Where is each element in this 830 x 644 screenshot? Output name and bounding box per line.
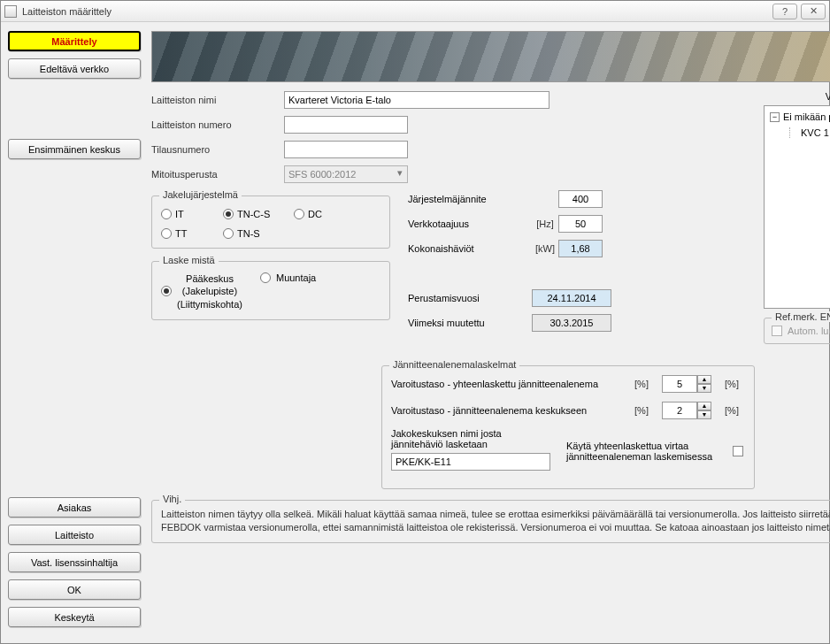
frequency-label: Verkkotaajuus [408, 218, 532, 229]
basis-label: Mitoitusperusta [151, 169, 284, 180]
hint-title: Vihj. [159, 494, 185, 504]
radio-main-center[interactable]: Pääkeskus (Jakelupiste) (Liittymiskohta) [161, 272, 242, 310]
equipment-name-label: Laitteiston nimi [151, 95, 284, 105]
warn1-down-icon[interactable]: ▼ [697, 384, 711, 393]
radio-transformer[interactable]: Muuntaja [260, 272, 316, 283]
hint-text: Laitteiston nimen täytyy olla selkeä. Mi… [161, 508, 830, 535]
distribution-title: Jakelujärjestelmä [159, 189, 242, 200]
titlebar: Laitteiston määrittely ? ✕ [1, 1, 829, 22]
equipment-number-input[interactable] [284, 116, 408, 134]
calc-from-fieldset: Laske mistä Pääkeskus (Jakelupiste) (Lii… [151, 261, 390, 320]
founded-label: Perustamisvuosi [408, 293, 532, 303]
use-total-checkbox[interactable] [733, 446, 743, 456]
customer-button[interactable]: Asiakas [8, 497, 141, 518]
project-title: Valitse projekti [764, 91, 830, 102]
define-button[interactable]: Määrittely [8, 31, 141, 51]
equipment-button[interactable]: Laitteisto [8, 525, 141, 545]
warn2-spinner[interactable]: ▲ ▼ [662, 402, 711, 419]
ok-button[interactable]: OK [8, 579, 141, 600]
sub-label1: Jakokeskuksen nimi josta [391, 428, 559, 439]
use-total-label: Käytä yhteenlaskettua virtaa jännitteena… [566, 441, 726, 462]
order-number-input[interactable] [284, 141, 408, 158]
window-title: Laitteiston määrittely [22, 6, 769, 17]
previous-network-button[interactable]: Edeltävä verkko [8, 58, 141, 79]
sub-label2: jännitehäviö lasketaan [391, 439, 559, 449]
frequency-unit: [Hz] [532, 218, 558, 229]
tree-collapse-icon[interactable]: − [770, 112, 780, 122]
distribution-fieldset: Jakelujärjestelmä IT TN-C-S DC TT TN-S [151, 196, 390, 249]
calc-from-title: Laske mistä [159, 255, 219, 265]
voltage-input[interactable] [558, 190, 603, 208]
close-button[interactable]: ✕ [801, 4, 826, 19]
voltage-label: Järjestelmäjännite [408, 194, 532, 204]
equipment-number-label: Laitteiston numero [151, 119, 284, 130]
auto-create-label: Autom. luonti [788, 326, 830, 336]
equipment-name-input[interactable] [284, 91, 549, 109]
ref-title: Ref.merk. EN 81346 [772, 311, 830, 322]
warn2-up-icon[interactable]: ▲ [697, 402, 711, 410]
license-holder-button[interactable]: Vast. lisenssinhaltija [8, 552, 141, 572]
tree-child-node[interactable]: KVC 1 [801, 127, 830, 138]
help-button[interactable]: ? [772, 4, 797, 19]
warn1-up-icon[interactable]: ▲ [697, 375, 711, 384]
warn2-down-icon[interactable]: ▼ [697, 410, 711, 419]
modified-label: Viimeksi muutettu [408, 318, 532, 328]
sidebar: Määrittely Edeltävä verkko Ensimmäinen k… [1, 22, 148, 643]
losses-input[interactable] [558, 240, 603, 257]
header-banner [151, 31, 830, 82]
radio-it[interactable]: IT [161, 209, 223, 219]
auto-create-checkbox [772, 326, 782, 336]
radio-tt[interactable]: TT [161, 228, 223, 239]
voltage-drop-title: Jännitteenalenemalaskelmat [389, 359, 519, 370]
modified-input [532, 314, 611, 332]
radio-tncs[interactable]: TN-C-S [223, 209, 294, 219]
app-icon [4, 5, 17, 18]
losses-unit: [kW] [532, 243, 558, 254]
losses-label: Kokonaishäviöt [408, 243, 532, 254]
sub-center-input[interactable] [391, 453, 550, 471]
frequency-input[interactable] [558, 215, 603, 233]
basis-select[interactable]: SFS 6000:2012 [284, 165, 408, 183]
radio-dc[interactable]: DC [294, 209, 347, 219]
ref-fieldset: Ref.merk. EN 81346 Autom. luonti [764, 318, 830, 344]
voltage-drop-fieldset: Jännitteenalenemalaskelmat Varoitustaso … [381, 365, 755, 489]
first-center-button[interactable]: Ensimmäinen keskus [8, 139, 141, 159]
founded-input[interactable] [532, 289, 611, 307]
warn1-label: Varoitustaso - yhteenlaskettu jännitteen… [391, 379, 621, 389]
hint-box: Vihj. Laitteiston nimen täytyy olla selk… [151, 500, 830, 543]
cancel-button[interactable]: Keskeytä [8, 607, 141, 627]
order-number-label: Tilausnumero [151, 144, 284, 155]
tree-root-node[interactable]: − Ei mikään projekti [770, 111, 830, 122]
warn1-spinner[interactable]: ▲ ▼ [662, 375, 711, 393]
warn2-label: Varoitustaso - jännitteenalenema keskuks… [391, 405, 621, 416]
radio-tns[interactable]: TN-S [223, 228, 294, 239]
project-tree[interactable]: − Ei mikään projekti KVC 1 [764, 105, 830, 309]
